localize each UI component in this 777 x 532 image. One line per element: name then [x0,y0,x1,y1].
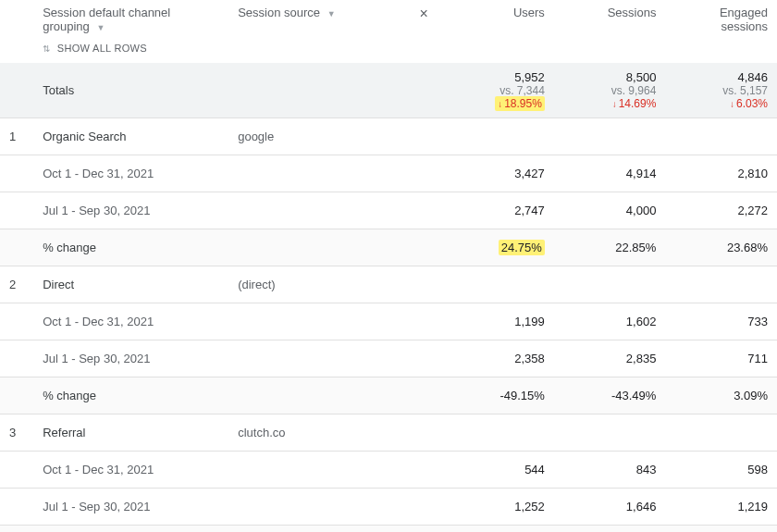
percent-change-label: % change [33,526,228,533]
period-label: Oct 1 - Dec 31, 2021 [33,452,228,489]
totals-label: Totals [33,63,228,118]
cell-engaged: 2,810 [665,155,777,192]
row-index: 2 [0,266,33,303]
dimension-channel-label: Session default channel grouping [43,6,170,33]
cell-pct-users: 24.75% [442,229,554,266]
period-row: Oct 1 - Dec 31, 2021544843598 [0,452,777,489]
cell-pct-users: -56.55% [442,526,554,533]
source-name: (direct) [228,266,405,303]
cell-pct-engaged: 3.09% [665,377,777,414]
down-arrow-icon: ↓ [612,99,619,109]
cell-sessions: 2,835 [554,340,666,377]
percent-change-row: % change-56.55%-48.78%-50.94% [0,526,777,533]
cell-engaged: 1,219 [665,489,777,526]
row-index: 3 [0,414,33,452]
cell-pct-sessions: -48.78% [554,526,666,533]
period-label: Jul 1 - Sep 30, 2021 [33,340,228,377]
row-index: 1 [0,118,33,155]
cell-sessions: 1,602 [554,303,666,340]
remove-dimension-button[interactable]: × [405,0,442,63]
cell-pct-sessions: -43.49% [554,377,666,414]
cell-pct-engaged: 23.68% [665,229,777,266]
cell-users: 544 [442,452,554,489]
chevron-down-icon: ▼ [324,9,336,19]
dimension-source-header[interactable]: Session source ▼ [238,6,335,19]
totals-sessions-pct: 14.69% [619,97,657,110]
period-label: Jul 1 - Sep 30, 2021 [33,489,228,526]
cell-users: 1,199 [442,303,554,340]
cell-users: 3,427 [442,155,554,192]
totals-row: Totals 5,952 vs. 7,344 ↓18.95% 8,500 vs.… [0,63,777,118]
cell-sessions: 843 [554,452,666,489]
totals-engaged-pct: 6.03% [736,97,768,110]
channel-name: Direct [33,266,228,303]
percent-change-row: % change-49.15%-43.49%3.09% [0,377,777,414]
cell-engaged: 711 [665,340,777,377]
cell-engaged: 598 [665,452,777,489]
cell-pct-sessions: 22.85% [554,229,666,266]
metric-users-header[interactable]: Users [442,0,554,63]
totals-engaged-vs: vs. 5,157 [674,84,768,97]
percent-change-label: % change [33,377,228,414]
show-all-rows-label: Show all rows [57,43,147,54]
period-row: Oct 1 - Dec 31, 20211,1991,602733 [0,303,777,340]
dimension-source-label: Session source [238,6,320,19]
period-row: Jul 1 - Sep 30, 20212,7474,0002,272 [0,192,777,229]
source-name: google [228,118,405,155]
percent-change-row: % change24.75%22.85%23.68% [0,229,777,266]
group-header-row: 1Organic Searchgoogle [0,118,777,155]
cell-engaged: 733 [665,303,777,340]
down-arrow-icon: ↓ [730,99,736,109]
channel-name: Organic Search [33,118,228,155]
cell-pct-users: -49.15% [442,377,554,414]
totals-users-vs: vs. 7,344 [451,84,545,97]
cell-sessions: 1,646 [554,489,666,526]
period-label: Oct 1 - Dec 31, 2021 [33,303,228,340]
channel-name: Referral [33,414,228,452]
cell-sessions: 4,914 [554,155,666,192]
analytics-table: Session default channel grouping ▼ ⇅ Sho… [0,0,777,532]
period-row: Oct 1 - Dec 31, 20213,4274,9142,810 [0,155,777,192]
period-row: Jul 1 - Sep 30, 20211,2521,6461,219 [0,489,777,526]
close-icon: × [420,6,428,21]
totals-sessions-vs: vs. 9,964 [563,84,657,97]
source-name: clutch.co [228,414,405,452]
totals-sessions-value: 8,500 [563,70,657,84]
chevron-down-icon: ▼ [92,23,105,32]
show-all-rows-button[interactable]: ⇅ Show all rows [43,33,219,54]
period-label: Oct 1 - Dec 31, 2021 [33,155,228,192]
expand-icon: ⇅ [43,43,54,54]
cell-users: 2,358 [442,340,554,377]
dimension-channel-header[interactable]: Session default channel grouping ▼ [43,6,170,33]
cell-users: 1,252 [442,489,554,526]
cell-pct-engaged: -50.94% [665,526,777,533]
metric-engaged-header[interactable]: Engaged sessions [665,0,777,63]
period-label: Jul 1 - Sep 30, 2021 [33,192,228,229]
totals-engaged-value: 4,846 [674,70,768,84]
metric-sessions-header[interactable]: Sessions [554,0,666,63]
period-row: Jul 1 - Sep 30, 20212,3582,835711 [0,340,777,377]
cell-engaged: 2,272 [665,192,777,229]
group-header-row: 2Direct(direct) [0,266,777,303]
percent-change-label: % change [33,229,228,266]
cell-users: 2,747 [442,192,554,229]
totals-users-value: 5,952 [451,70,545,84]
totals-users-pct: 18.95% [504,97,542,110]
cell-sessions: 4,000 [554,192,666,229]
group-header-row: 3Referralclutch.co [0,414,777,452]
